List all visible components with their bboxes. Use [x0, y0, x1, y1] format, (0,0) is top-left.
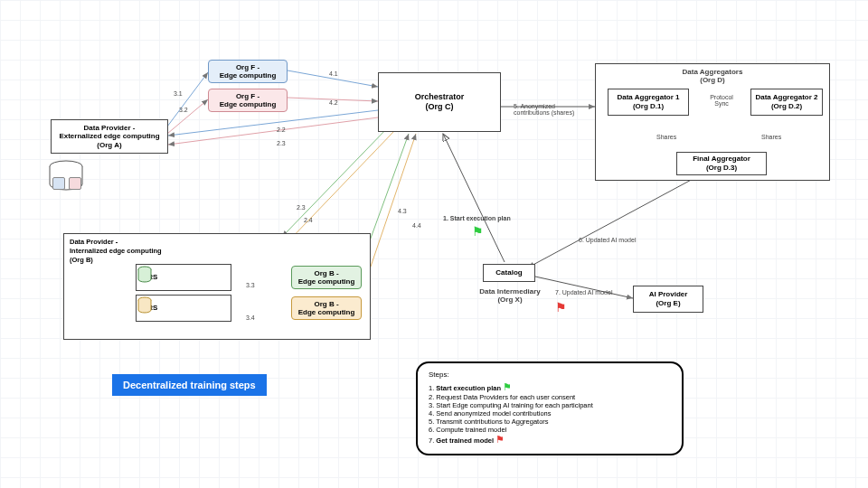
edge-label: 4.2 [329, 99, 338, 106]
step-row: 4. Send anonymized model contributions [429, 409, 671, 418]
svg-line-1 [167, 99, 208, 134]
node-agg-final: Final Aggregator(Org D.3) [676, 152, 767, 175]
node-label: Data Provider - Externalized edge comput… [59, 124, 159, 150]
edge-label: 4.1 [329, 70, 338, 77]
flag-icon: ⚑ [555, 300, 567, 314]
edge-label: 5. Anonymizedcontributions (shares) [514, 103, 586, 116]
chip-blue [52, 177, 65, 190]
flag-icon: ⚑ [495, 434, 505, 445]
container-title-1: Data Provider - [70, 238, 118, 246]
cylinder-icon [137, 296, 153, 315]
node-orgB-edge-green: Org B - Edge computing [291, 266, 362, 289]
node-label: Data Aggregator 2(Org D.2) [755, 93, 817, 110]
edge-label: 6. Updated AI model [579, 237, 636, 243]
step-row: 3. Start Edge computing AI training for … [429, 401, 671, 409]
node-label: Orchestrator(Org C) [415, 92, 465, 112]
edge-label: 2.3 [297, 204, 306, 211]
step-row: 1. Start execution plan ⚑ [429, 381, 671, 393]
step-num: 1. [429, 384, 434, 392]
node-label: Org B - Edge computing [298, 300, 355, 316]
step-num: 7. [429, 436, 434, 445]
node-plrs-2: PLRS [136, 295, 231, 322]
flag-icon: ⚑ [472, 224, 484, 239]
step-text: Get trained model [436, 436, 494, 445]
node-label: Catalog [495, 268, 522, 277]
flag-icon: ⚑ [503, 381, 512, 392]
steps-legend: Steps: 1. Start execution plan ⚑ 2. Requ… [416, 361, 684, 455]
edge-label: 4.4 [412, 222, 421, 229]
diagram-canvas: Org F - Edge computing Org F - Edge comp… [0, 0, 868, 488]
svg-line-5 [288, 131, 394, 242]
edge-label: 2.3 [277, 140, 286, 146]
cylinder-icon [137, 265, 153, 285]
node-ai-provider: AI Provider(Org E) [633, 286, 703, 313]
step-row: 6. Compute trained model [429, 426, 671, 434]
edge-label: 3.4 [246, 314, 255, 321]
svg-line-3 [168, 117, 378, 145]
node-plrs-1: PLRS [136, 264, 231, 291]
step-row: 2. Request Data Providers for each user … [429, 393, 671, 401]
svg-line-18 [443, 134, 505, 262]
edge-label: 3.2 [179, 107, 188, 113]
banner-text: Decentralized training steps [123, 380, 256, 390]
node-agg1: Data Aggregator 1(Org D.1) [608, 89, 689, 116]
edge-label: 7. Updated AI model [555, 289, 612, 296]
step-row: 7. Get trained model ⚑ [429, 434, 671, 446]
step-row: 5. Transmit contributions to Aggregators [429, 418, 671, 426]
title-banner: Decentralized training steps [112, 374, 267, 396]
container-title: Data Aggregators(Org D) [596, 68, 829, 84]
node-orgF-edge-blue: Org F - Edge computing [208, 60, 288, 83]
node-label: Final Aggregator(Org D.3) [693, 155, 750, 172]
step-text: Start execution plan [436, 384, 501, 392]
node-label: Data Aggregator 1(Org D.1) [617, 93, 679, 110]
edge-label: 2.2 [277, 127, 286, 133]
svg-line-4 [282, 127, 389, 237]
edge-label: 1. Start execution plan [443, 215, 511, 221]
node-agg2: Data Aggregator 2(Org D.2) [750, 89, 823, 116]
edge-label: 3.3 [246, 282, 255, 288]
edge-label: Shares [761, 134, 781, 140]
node-orchestrator: Orchestrator(Org C) [378, 72, 501, 132]
node-label: AI Provider(Org E) [649, 290, 688, 307]
node-label: Org F - Edge computing [220, 92, 277, 108]
edge-label: 4.3 [398, 208, 407, 214]
node-orgB-edge-orange: Org B - Edge computing [291, 296, 362, 320]
node-orgF-edge-pink: Org F - Edge computing [208, 89, 288, 112]
steps-title: Steps: [429, 371, 671, 379]
node-org-a: Data Provider - Externalized edge comput… [51, 119, 168, 154]
edge-label: ProtocolSync [703, 94, 740, 107]
svg-line-17 [528, 177, 696, 267]
node-label: Org F - Edge computing [220, 63, 277, 80]
chip-pink [69, 177, 81, 190]
svg-line-2 [168, 110, 378, 136]
node-catalog: Catalog [483, 264, 535, 282]
container-title-3: (Org B) [70, 256, 93, 264]
edge-label: 3.1 [174, 90, 183, 97]
edge-label: 2.4 [304, 217, 313, 223]
edge-label: Shares [656, 134, 676, 140]
svg-line-0 [167, 72, 208, 127]
node-data-intermediary: Data Intermediary(Org X) [472, 287, 548, 304]
container-title-2: Internalized edge computing [70, 247, 162, 255]
node-label: Org B - Edge computing [298, 269, 355, 286]
